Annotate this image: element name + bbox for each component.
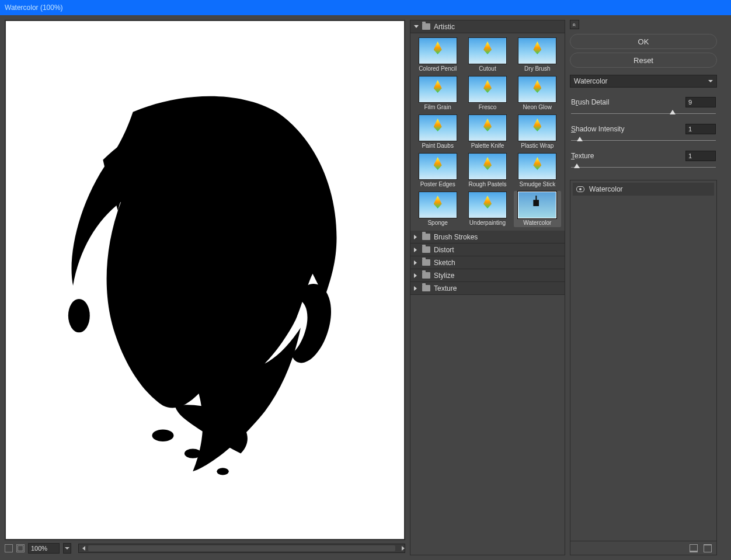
thumbnail-grid: Colored PencilCutoutDry BrushFilm GrainF…: [410, 33, 565, 231]
thumb-colored-pencil[interactable]: Colored Pencil: [415, 38, 460, 72]
category-stylize[interactable]: Stylize: [410, 269, 565, 282]
param-value-input[interactable]: 1: [685, 151, 716, 161]
param-value-input[interactable]: 1: [685, 124, 716, 134]
thumb-rough-pastels[interactable]: Rough Pastels: [465, 154, 510, 187]
thumb-label: Colored Pencil: [419, 65, 457, 72]
thumb-poster-edges[interactable]: Poster Edges: [415, 154, 460, 187]
thumb-image: [469, 76, 506, 102]
settings-pane: OK Reset Watercolor Brush Detail9Shadow …: [565, 15, 722, 560]
visibility-eye-icon[interactable]: [576, 186, 584, 192]
title-bar: Watercolor (100%): [0, 0, 731, 15]
folder-icon: [422, 259, 430, 266]
category-texture[interactable]: Texture: [410, 282, 565, 295]
thumb-label: Fresco: [479, 104, 497, 110]
param-label: Texture: [571, 152, 594, 160]
thumb-image: [518, 38, 556, 64]
category-label: Texture: [434, 284, 457, 293]
chevron-down-icon: [708, 80, 713, 82]
scroll-track[interactable]: [88, 545, 395, 551]
folder-icon: [422, 234, 430, 240]
param-shadow-intensity: Shadow Intensity1: [570, 124, 717, 145]
thumb-label: Neon Glow: [523, 104, 552, 110]
preview-pane: 100%: [0, 15, 410, 560]
thumb-label: Dry Brush: [524, 65, 550, 72]
thumb-image: [419, 192, 457, 218]
preview-canvas[interactable]: [5, 20, 405, 540]
disclosure-triangle-icon: [414, 25, 420, 28]
filter-select[interactable]: Watercolor: [570, 75, 717, 88]
thumb-dry-brush[interactable]: Dry Brush: [515, 38, 560, 72]
fit-toggle-icon[interactable]: [5, 544, 13, 552]
zoom-dropdown-button[interactable]: [63, 543, 71, 554]
disclosure-triangle-icon: [414, 248, 420, 252]
category-label: Brush Strokes: [434, 233, 478, 241]
thumb-image: [469, 115, 506, 141]
category-label: Artistic: [434, 23, 455, 31]
thumb-label: Rough Pastels: [468, 181, 506, 187]
thumb-palette-knife[interactable]: Palette Knife: [465, 115, 510, 149]
svg-point-3: [217, 347, 253, 368]
thumb-label: Smudge Stick: [519, 181, 555, 187]
thumb-cutout[interactable]: Cutout: [465, 38, 510, 72]
thumb-sponge[interactable]: Sponge: [415, 192, 460, 226]
thumb-watercolor[interactable]: Watercolor: [514, 191, 561, 227]
zoom-level-input[interactable]: 100%: [28, 543, 60, 554]
ok-button[interactable]: OK: [570, 34, 717, 49]
category-label: Stylize: [434, 272, 454, 280]
thumb-underpainting[interactable]: Underpainting: [465, 192, 510, 226]
folder-icon: [422, 23, 430, 30]
param-texture: Texture1: [570, 151, 717, 172]
effect-layer-label: Watercolor: [589, 185, 623, 193]
disclosure-triangle-icon: [414, 260, 420, 265]
window-title: Watercolor (100%): [5, 4, 63, 12]
filter-select-value: Watercolor: [574, 77, 608, 85]
category-label: Distort: [434, 246, 454, 254]
scroll-right-icon[interactable]: [395, 544, 405, 552]
disclosure-triangle-icon: [414, 273, 420, 278]
thumb-image: [419, 38, 457, 64]
param-slider[interactable]: [571, 164, 716, 172]
svg-point-5: [68, 299, 90, 332]
svg-point-0: [152, 430, 174, 442]
new-effect-layer-icon[interactable]: [690, 544, 698, 552]
thumb-image: [419, 115, 457, 141]
param-brush-detail: Brush Detail9: [570, 97, 717, 118]
thumb-neon-glow[interactable]: Neon Glow: [515, 76, 560, 110]
canvas-wrapper: [5, 20, 405, 540]
param-slider[interactable]: [571, 137, 716, 145]
reset-button[interactable]: Reset: [570, 53, 717, 68]
filter-gallery-pane: Artistic Colored PencilCutoutDry BrushFi…: [410, 20, 565, 555]
category-brush-strokes[interactable]: Brush Strokes: [410, 231, 565, 244]
thumb-smudge-stick[interactable]: Smudge Stick: [515, 154, 560, 187]
thumb-label: Sponge: [427, 220, 447, 226]
thumb-label: Paint Daubs: [422, 142, 453, 149]
thumb-label: Plastic Wrap: [521, 142, 554, 149]
category-artistic[interactable]: Artistic: [410, 20, 565, 33]
param-slider[interactable]: [571, 110, 716, 118]
category-sketch[interactable]: Sketch: [410, 256, 565, 269]
scroll-left-icon[interactable]: [79, 544, 88, 552]
category-distort[interactable]: Distort: [410, 244, 565, 256]
disclosure-triangle-icon: [414, 235, 420, 239]
thumb-plastic-wrap[interactable]: Plastic Wrap: [515, 115, 560, 149]
svg-point-4: [197, 323, 214, 332]
effect-layer-row[interactable]: Watercolor: [573, 183, 714, 196]
thumb-fresco[interactable]: Fresco: [465, 76, 510, 110]
param-value-input[interactable]: 9: [685, 97, 716, 107]
delete-effect-layer-icon[interactable]: [704, 544, 712, 552]
thumb-image: [469, 192, 506, 218]
preview-scrollbar[interactable]: [78, 544, 405, 553]
thumb-film-grain[interactable]: Film Grain: [415, 76, 460, 110]
actual-pixels-icon[interactable]: [16, 544, 25, 552]
thumb-image: [419, 154, 457, 179]
collapse-button[interactable]: [570, 20, 579, 29]
thumb-label: Cutout: [479, 65, 496, 72]
thumb-image: [518, 154, 556, 179]
thumb-paint-daubs[interactable]: Paint Daubs: [415, 115, 460, 149]
thumb-label: Underpainting: [469, 220, 506, 226]
folder-icon: [422, 272, 430, 279]
thumb-image: [518, 115, 556, 141]
layer-actions: [570, 541, 716, 555]
main-area: 100% Artistic Colored PencilCutoutDry Br…: [0, 15, 731, 560]
thumb-image: [518, 76, 556, 102]
